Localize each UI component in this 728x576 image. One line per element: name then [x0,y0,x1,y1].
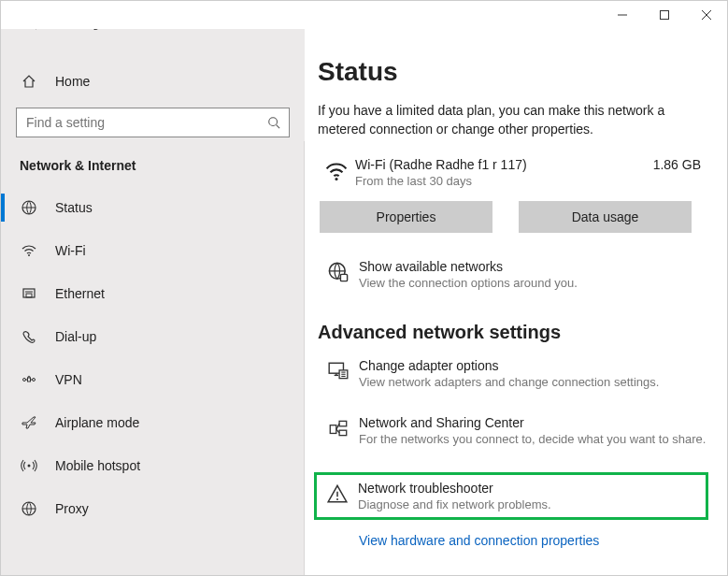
properties-button[interactable]: Properties [320,201,492,233]
svg-rect-24 [340,275,347,281]
proxy-icon [20,500,38,517]
search-box[interactable] [16,108,290,137]
svg-line-6 [277,125,280,129]
connection-row: Wi-Fi (Radhe Radhe f1 r 117) From the la… [318,157,708,188]
data-usage-button[interactable]: Data usage [519,201,692,233]
link-title: Network and Sharing Center [359,415,706,430]
nav-proxy[interactable]: Proxy [1,487,305,530]
vpn-icon [20,371,38,388]
link-subtitle: For the networks you connect to, decide … [359,432,706,446]
svg-point-15 [23,379,26,382]
advanced-header: Advanced network settings [318,322,708,343]
svg-rect-33 [339,422,347,426]
nav-status[interactable]: Status [1,186,305,229]
link-title: Network troubleshooter [358,481,551,496]
nav-label: Airplane mode [55,415,139,430]
svg-point-36 [336,498,338,500]
close-button[interactable] [685,1,727,29]
nav-dialup[interactable]: Dial-up [1,315,305,358]
show-available-networks[interactable]: Show available networks View the connect… [318,259,708,290]
nav-label: VPN [55,372,82,387]
svg-rect-17 [28,378,31,382]
nav-airplane[interactable]: Airplane mode [1,401,305,444]
search-input[interactable] [17,115,259,130]
wifi-icon [20,242,38,259]
settings-window: Settings Home Network & Internet [0,0,728,576]
svg-rect-34 [339,430,347,435]
titlebar [1,1,727,29]
link-subtitle: View the connection options around you. [359,276,578,290]
nav-hotspot[interactable]: Mobile hotspot [1,444,305,487]
app-title: Settings [63,29,105,30]
view-hardware-link[interactable]: View hardware and connection properties [359,533,708,548]
svg-point-20 [28,465,31,468]
home-icon [20,74,38,89]
nav-ethernet[interactable]: Ethernet [1,272,305,315]
wifi-icon [318,157,355,183]
nav-label: Ethernet [55,286,105,301]
adapter-icon [318,358,359,382]
group-header: Network & Internet [1,137,305,186]
search-icon [259,116,289,129]
nav-label: Mobile hotspot [55,458,140,473]
change-adapter-options[interactable]: Change adapter options View network adap… [318,358,708,389]
network-sharing-center[interactable]: Network and Sharing Center For the netwo… [318,415,708,446]
maximize-button[interactable] [643,1,685,29]
content-area: Status If you have a limited data plan, … [305,29,727,575]
intro-text: If you have a limited data plan, you can… [318,102,708,138]
hotspot-icon [20,457,38,474]
svg-rect-32 [330,425,336,434]
nav-vpn[interactable]: VPN [1,358,305,401]
svg-point-16 [33,379,36,382]
sharing-icon [318,415,359,439]
ethernet-icon [20,285,38,302]
airplane-icon [20,414,38,431]
nav-label: Dial-up [55,329,96,344]
connection-usage: 1.86 GB [653,157,708,172]
nav-label: Wi-Fi [55,243,86,258]
page-title: Status [318,57,708,87]
svg-point-5 [269,118,278,126]
globe-icon [318,259,359,283]
link-subtitle: Diagnose and fix network problems. [358,497,551,511]
connection-subtitle: From the last 30 days [355,174,653,188]
dialup-icon [20,328,38,345]
link-title: Change adapter options [359,358,659,373]
minimize-button[interactable] [601,1,643,29]
warning-icon [317,481,358,505]
status-icon [20,199,38,216]
link-title: Show available networks [359,259,578,274]
back-button[interactable] [20,29,50,38]
connection-name: Wi-Fi (Radhe Radhe f1 r 117) [355,157,653,172]
svg-rect-10 [26,294,32,297]
svg-point-8 [28,254,30,256]
svg-rect-1 [660,11,668,20]
sidebar: Settings Home Network & Internet [1,29,305,575]
link-subtitle: View network adapters and change connect… [359,375,659,389]
nav-label: Status [55,200,93,215]
network-troubleshooter[interactable]: Network troubleshooter Diagnose and fix … [314,472,708,520]
svg-point-22 [335,178,337,180]
home-label: Home [55,74,90,89]
home-nav[interactable]: Home [1,65,305,98]
nav-wifi[interactable]: Wi-Fi [1,229,305,272]
nav-label: Proxy [55,501,89,516]
